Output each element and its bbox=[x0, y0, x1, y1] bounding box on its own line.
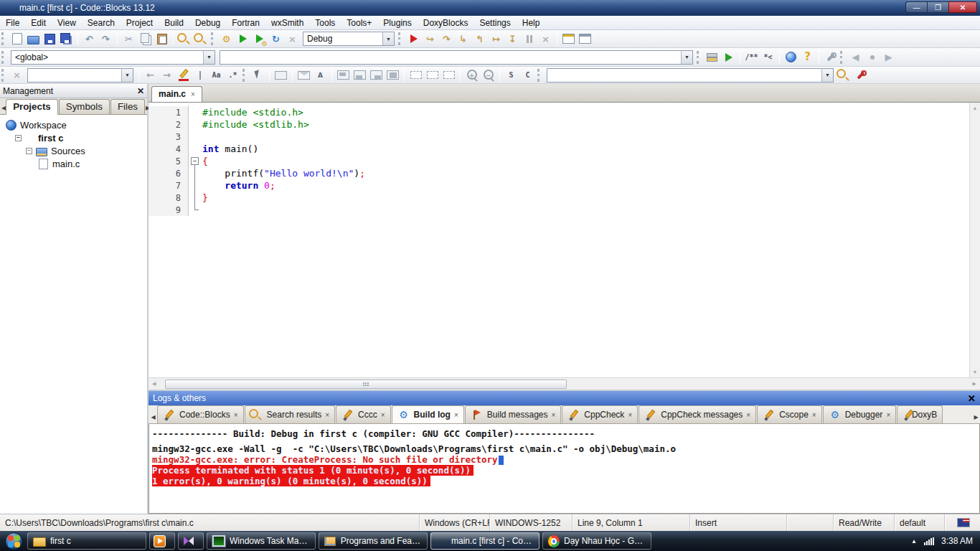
undo-button[interactable]: ↶ bbox=[81, 31, 98, 47]
code-line[interactable]: 1#include <stdio.h> bbox=[149, 106, 980, 118]
doxy-help-button[interactable]: ? bbox=[799, 50, 816, 65]
toggle-selected-text-button[interactable] bbox=[192, 67, 208, 83]
menu-item-tools[interactable]: Tools bbox=[309, 17, 341, 29]
various-info-button[interactable] bbox=[577, 31, 593, 47]
code-editor[interactable]: 1#include <stdio.h>2#include <stdlib.h>3… bbox=[149, 103, 980, 377]
editor-vertical-scrollbar[interactable]: ▲ ▼ bbox=[969, 103, 980, 377]
scope-combo[interactable]: <global> ▼ bbox=[11, 50, 215, 65]
editor-tab-main-c[interactable]: main.c × bbox=[151, 86, 202, 102]
match-case-button[interactable]: Aa bbox=[208, 67, 225, 83]
toolbar-grip[interactable] bbox=[1, 69, 7, 82]
cc-search-combo[interactable]: ▼ bbox=[547, 68, 834, 83]
tree-item-workspace[interactable]: Workspace bbox=[1, 118, 146, 131]
wx-box-left-button[interactable] bbox=[424, 67, 440, 83]
show-hidden-icons-icon[interactable]: ▲ bbox=[911, 538, 917, 545]
menu-item-fortran[interactable]: Fortran bbox=[226, 17, 265, 29]
close-tab-icon[interactable]: × bbox=[812, 411, 816, 419]
close-tab-icon[interactable]: × bbox=[552, 411, 556, 419]
tab-projects[interactable]: Projects bbox=[6, 99, 58, 115]
fold-marker[interactable] bbox=[189, 155, 200, 167]
run-to-cursor-button[interactable]: ↪ bbox=[422, 31, 438, 47]
wx-pointer-button[interactable] bbox=[250, 67, 266, 83]
wx-align-left-button[interactable] bbox=[335, 67, 352, 83]
close-tab-icon[interactable]: × bbox=[234, 411, 238, 419]
close-tab-icon[interactable]: × bbox=[746, 411, 750, 419]
expander-icon[interactable]: − bbox=[26, 148, 32, 154]
close-tab-icon[interactable]: × bbox=[325, 411, 329, 419]
taskbar-button-programs-and-featur-[interactable]: Programs and Featur... bbox=[319, 532, 428, 550]
debug-continue-button[interactable] bbox=[405, 31, 422, 47]
menu-item-build[interactable]: Build bbox=[159, 17, 189, 29]
step-out-button[interactable]: ↰ bbox=[471, 31, 488, 47]
tree-item-sources[interactable]: −Sources bbox=[1, 144, 146, 157]
toolbar-grip[interactable] bbox=[1, 51, 7, 64]
save-button[interactable] bbox=[42, 31, 58, 47]
menu-item-wxsmith[interactable]: wxSmith bbox=[265, 17, 309, 29]
code-line[interactable]: 6 printf("Hello world!\n"); bbox=[149, 167, 980, 179]
log-tab-debugger[interactable]: ⚙Debugger× bbox=[823, 405, 897, 423]
menu-item-project[interactable]: Project bbox=[121, 17, 159, 29]
logtabs-scroll-left-icon[interactable]: ◀ bbox=[149, 410, 157, 423]
doxy-view-docs-button[interactable] bbox=[783, 50, 799, 65]
abort-build-button[interactable]: × bbox=[284, 31, 301, 47]
toolbar-grip[interactable] bbox=[211, 32, 217, 45]
taskbar-button-mediaplay[interactable] bbox=[149, 532, 175, 550]
code-line[interactable]: 4int main() bbox=[149, 143, 980, 155]
chevron-down-icon[interactable]: ▼ bbox=[203, 51, 215, 64]
cc-search-symbol-button[interactable] bbox=[836, 67, 852, 83]
wx-box-both-button[interactable] bbox=[440, 67, 457, 83]
start-button[interactable] bbox=[1, 532, 26, 550]
toolbar-grip[interactable] bbox=[398, 32, 404, 45]
step-into-button[interactable]: ↳ bbox=[455, 31, 471, 47]
clear-highlights-button[interactable]: × bbox=[9, 67, 25, 83]
code-line[interactable]: 3 bbox=[149, 131, 980, 143]
taskbar-button-first-c[interactable]: first c bbox=[27, 532, 146, 550]
minimize-button[interactable]: — bbox=[905, 1, 927, 13]
doxy-line-comment-button[interactable]: *< bbox=[760, 50, 776, 65]
tree-item-first-c[interactable]: −first c bbox=[1, 131, 146, 144]
letter-c-button[interactable]: C bbox=[519, 67, 536, 83]
search-back-button[interactable]: ← bbox=[142, 67, 159, 83]
code-line[interactable]: 7 return 0; bbox=[149, 179, 980, 192]
replace-button[interactable] bbox=[193, 31, 209, 47]
rebuild-button[interactable]: ↻ bbox=[268, 31, 284, 47]
copy-button[interactable] bbox=[137, 31, 154, 47]
wx-envelope-button[interactable] bbox=[296, 67, 312, 83]
find-button[interactable] bbox=[176, 31, 193, 47]
scroll-right-icon[interactable]: ▶ bbox=[969, 381, 980, 387]
toolbar-grip[interactable] bbox=[1, 32, 7, 45]
taskbar-button-d-y-nhau-h-c-goo-[interactable]: Dạy Nhau Học - Goo... bbox=[542, 532, 651, 550]
build-button[interactable]: ⚙ bbox=[218, 31, 235, 47]
build-target-combo[interactable]: Debug ▼ bbox=[303, 32, 395, 46]
symbol-combo[interactable]: ▼ bbox=[220, 50, 693, 65]
doxy-block-comment-button[interactable]: /** bbox=[743, 50, 760, 65]
use-regex-button[interactable]: .* bbox=[225, 67, 241, 83]
wx-box-right-button[interactable] bbox=[407, 67, 424, 83]
scroll-down-icon[interactable]: ▼ bbox=[973, 367, 978, 377]
menu-item-view[interactable]: View bbox=[52, 17, 82, 29]
scrollbar-thumb[interactable] bbox=[165, 380, 567, 389]
toolbar-grip[interactable] bbox=[537, 69, 543, 82]
close-tab-icon[interactable]: × bbox=[628, 411, 632, 419]
code-line[interactable]: 8} bbox=[149, 192, 980, 204]
chevron-down-icon[interactable]: ▼ bbox=[382, 32, 394, 45]
taskbar-button-bowtie[interactable] bbox=[178, 532, 204, 550]
menu-item-tools-[interactable]: Tools+ bbox=[341, 17, 377, 29]
code-line[interactable]: 2#include <stdlib.h> bbox=[149, 118, 980, 131]
menu-item-debug[interactable]: Debug bbox=[189, 17, 226, 29]
editor-horizontal-scrollbar[interactable]: ◀ ▶ bbox=[149, 377, 980, 390]
log-tab-search-results[interactable]: Search results× bbox=[245, 405, 336, 423]
next-instruction-button[interactable]: ↦ bbox=[488, 31, 504, 47]
wx-document-button[interactable]: A bbox=[312, 67, 329, 83]
close-button[interactable]: ✕ bbox=[948, 1, 977, 13]
taskbar-clock[interactable]: 3:38 AM bbox=[941, 536, 973, 546]
run-button[interactable] bbox=[235, 31, 251, 47]
log-tab-cppcheck-messages[interactable]: CppCheck messages× bbox=[639, 405, 756, 423]
break-debugger-button[interactable] bbox=[521, 31, 537, 47]
code-line[interactable]: 9 bbox=[149, 204, 980, 216]
tab-symbols[interactable]: Symbols bbox=[59, 99, 110, 114]
log-tab-build-messages[interactable]: Build messages× bbox=[465, 405, 562, 423]
network-icon[interactable] bbox=[924, 537, 934, 545]
wx-align-bottom-left-button[interactable] bbox=[352, 67, 368, 83]
log-tab-code-blocks[interactable]: Code::Blocks× bbox=[157, 405, 244, 423]
